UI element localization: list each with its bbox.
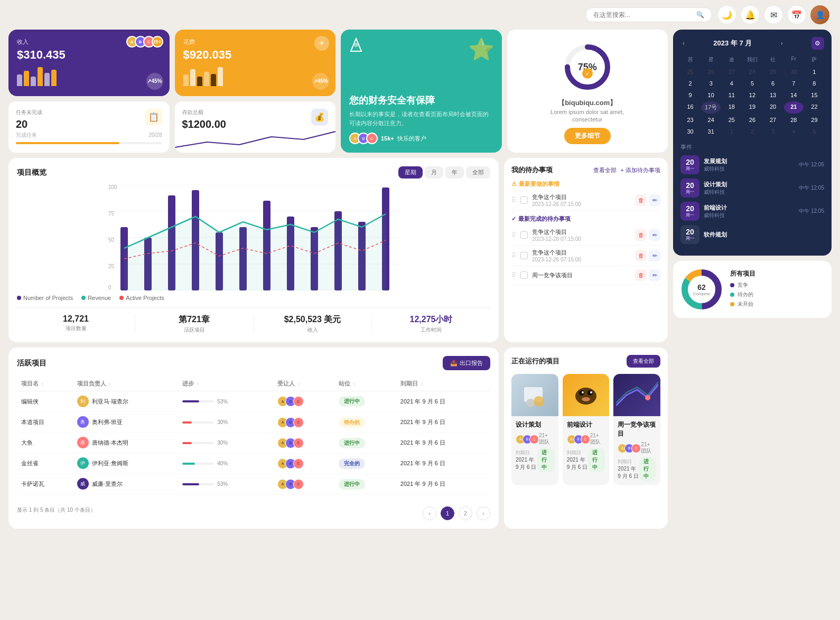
- cal-day-23[interactable]: 23: [680, 115, 700, 125]
- drag-handle-2[interactable]: ⠿: [511, 231, 516, 239]
- col-assignee[interactable]: 受让人 ↕: [273, 377, 334, 391]
- search-box[interactable]: 🔍: [585, 7, 712, 22]
- edit-todo-2[interactable]: ✏: [649, 229, 660, 241]
- cal-day-18[interactable]: 18: [722, 101, 741, 114]
- cal-day-12[interactable]: 12: [742, 90, 762, 100]
- cal-day-22[interactable]: 22: [805, 101, 824, 114]
- user-avatar[interactable]: 👤: [810, 5, 829, 24]
- mail-btn[interactable]: ✉: [764, 5, 783, 24]
- cal-day-n2[interactable]: 2: [742, 126, 762, 137]
- checkbox-3[interactable]: [520, 252, 528, 259]
- calendar-btn[interactable]: 📅: [787, 5, 806, 24]
- notifications-btn[interactable]: 🔔: [741, 5, 760, 24]
- circle-details-btn[interactable]: 更多细节: [564, 128, 611, 144]
- export-btn[interactable]: 📤 出口报告: [443, 356, 490, 370]
- cal-day-26b[interactable]: 26: [742, 115, 762, 125]
- cal-day-11[interactable]: 11: [722, 90, 741, 100]
- running-view-all-btn[interactable]: 查看全部: [627, 355, 660, 368]
- stat-projects-label: 项目数量: [22, 325, 129, 332]
- edit-todo-1[interactable]: ✏: [649, 194, 660, 206]
- page-1-btn[interactable]: 1: [441, 506, 454, 520]
- drag-handle-3[interactable]: ⠿: [511, 252, 516, 259]
- col-status[interactable]: 站位 ↕: [334, 377, 396, 391]
- cal-day-25[interactable]: 25: [680, 67, 700, 77]
- delete-todo-4[interactable]: 🗑: [635, 269, 647, 281]
- event-1: 20 周一 发展规划 威特科技 中午 12:05: [680, 155, 824, 174]
- project-chart: 100 75 50 25 0: [17, 185, 490, 290]
- cal-day-17[interactable]: 17号: [701, 101, 721, 114]
- proj-card-3[interactable]: 周一竞争该项目 A B C 21+ 团队: [613, 374, 660, 485]
- cal-day-24[interactable]: 24: [701, 115, 721, 125]
- cal-day-6[interactable]: 6: [763, 78, 783, 89]
- prev-page-btn[interactable]: ‹: [423, 506, 436, 520]
- checkbox-2[interactable]: [520, 231, 528, 239]
- cal-day-13[interactable]: 13: [763, 90, 783, 100]
- delete-todo-1[interactable]: 🗑: [635, 194, 647, 206]
- col-progress[interactable]: 进步 ↕: [178, 377, 273, 391]
- proj-card-1[interactable]: 设计策划 A B C 21+ 团队: [511, 374, 558, 485]
- tab-week[interactable]: 星期: [398, 166, 423, 179]
- cell-owner-1: 奥 奥利弗·班亚: [73, 412, 178, 433]
- cal-day-14[interactable]: 14: [784, 90, 804, 100]
- cal-day-n1[interactable]: 1: [722, 126, 741, 137]
- cal-day-n3[interactable]: 3: [763, 126, 783, 137]
- tab-month[interactable]: 月: [425, 166, 443, 179]
- todo-view-all[interactable]: 查看全部: [593, 166, 617, 174]
- cal-day-31[interactable]: 31: [701, 126, 721, 137]
- cal-day-28[interactable]: 28: [742, 67, 762, 77]
- cal-day-28b[interactable]: 28: [784, 115, 804, 125]
- cal-day-26[interactable]: 26: [701, 67, 721, 77]
- cal-day-3[interactable]: 3: [701, 78, 721, 89]
- col-owner[interactable]: 项目负责人 ↕: [73, 377, 178, 391]
- banner-av-3: C: [366, 133, 378, 144]
- cal-day-30[interactable]: 30: [784, 67, 804, 77]
- tab-all[interactable]: 全部: [466, 166, 490, 179]
- cal-day-20[interactable]: 20: [763, 101, 783, 114]
- drag-handle-4[interactable]: ⠿: [511, 271, 516, 279]
- cal-day-29b[interactable]: 29: [805, 115, 824, 125]
- checkbox-4[interactable]: [520, 271, 528, 279]
- search-input[interactable]: [593, 11, 692, 18]
- delete-todo-2[interactable]: 🗑: [635, 229, 647, 241]
- tab-year[interactable]: 年: [445, 166, 464, 179]
- cal-day-1[interactable]: 1: [805, 67, 824, 77]
- proj-card-2[interactable]: 前端设计 A B C 21+ 团队: [563, 374, 610, 485]
- col-project-name[interactable]: 项目名 ↕: [17, 377, 73, 391]
- cal-day-4[interactable]: 4: [722, 78, 741, 89]
- cal-day-16[interactable]: 16: [680, 101, 700, 114]
- proj-info-3: 周一竞争该项目 A B C 21+ 团队: [613, 416, 660, 485]
- cal-day-7[interactable]: 7: [784, 78, 804, 89]
- page-2-btn[interactable]: 2: [459, 506, 472, 520]
- cal-settings-btn[interactable]: ⚙: [811, 37, 824, 50]
- tasks-progress-track: [16, 142, 162, 144]
- cal-day-19[interactable]: 19: [742, 101, 762, 114]
- next-page-btn[interactable]: ›: [477, 506, 490, 520]
- cal-day-n5[interactable]: 5: [805, 126, 824, 137]
- cal-day-2[interactable]: 2: [680, 78, 700, 89]
- cal-day-n4[interactable]: 4: [784, 126, 804, 137]
- edit-todo-4[interactable]: ✏: [649, 269, 660, 281]
- cal-day-30b[interactable]: 30: [680, 126, 700, 137]
- svg-point-42: [575, 388, 596, 405]
- cal-day-27b[interactable]: 27: [763, 115, 783, 125]
- cal-day-29[interactable]: 29: [763, 67, 783, 77]
- chart-tabs[interactable]: 星期 月 年 全部: [398, 166, 490, 179]
- col-due[interactable]: 到期日 ↕: [396, 377, 490, 391]
- cal-prev-btn[interactable]: ‹: [680, 40, 687, 47]
- cal-day-8[interactable]: 8: [805, 78, 824, 89]
- cal-next-btn[interactable]: ›: [779, 40, 785, 47]
- cal-day-10[interactable]: 10: [701, 90, 721, 100]
- cal-day-21[interactable]: 21: [784, 101, 804, 114]
- todo-add[interactable]: + 添加待办事项: [621, 166, 660, 174]
- edit-todo-3[interactable]: ✏: [649, 250, 660, 261]
- cal-day-15[interactable]: 15: [805, 90, 824, 100]
- cal-day-25b[interactable]: 25: [722, 115, 741, 125]
- checkbox-1[interactable]: [520, 196, 528, 204]
- cal-day-27[interactable]: 27: [722, 67, 741, 77]
- delete-todo-3[interactable]: 🗑: [635, 250, 647, 261]
- dark-mode-btn[interactable]: 🌙: [717, 5, 736, 24]
- cal-day-9[interactable]: 9: [680, 90, 700, 100]
- cal-day-5[interactable]: 5: [742, 78, 762, 89]
- drag-handle-1[interactable]: ⠿: [511, 196, 516, 204]
- pagination[interactable]: ‹ 1 2 ›: [423, 506, 490, 520]
